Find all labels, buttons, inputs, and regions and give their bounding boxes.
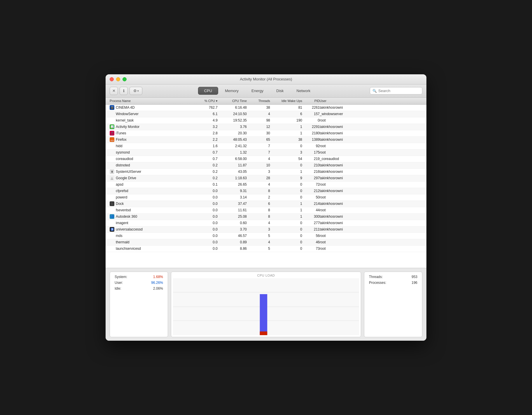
table-row[interactable]: 📊 Activity Monitor 3.2 3.76 12 1 2291 ta… <box>106 124 426 130</box>
search-input[interactable] <box>378 89 420 93</box>
col-header-pid[interactable]: PID <box>302 99 320 103</box>
cpu-time-cell: 3.14 <box>218 195 247 199</box>
close-button[interactable]: × <box>110 77 114 81</box>
col-header-user[interactable]: User <box>320 99 422 103</box>
idle-wake-ups-cell: 0 <box>270 247 302 251</box>
cpu-percent-cell: 0.0 <box>191 189 218 193</box>
process-icon: 🦊 <box>110 137 114 142</box>
process-icon <box>110 112 114 116</box>
pid-cell: 2291 <box>302 125 320 129</box>
user-cell: root <box>320 247 422 251</box>
tab-disk[interactable]: Disk <box>270 87 290 95</box>
user-cell: takinkhosrowni <box>320 125 422 129</box>
pid-cell: 72 <box>302 182 320 187</box>
user-cell: root <box>320 234 422 238</box>
process-name-cell: 🎵 iTunes <box>110 131 191 136</box>
cpu-percent-cell: 0.2 <box>191 170 218 174</box>
pid-cell: 216 <box>302 170 320 174</box>
table-row[interactable]: ⬛ Dock 0.0 37.47 6 1 214 takinkhosrowni <box>106 201 426 207</box>
table-row[interactable]: launchservicesd 0.0 8.86 5 0 73 root <box>106 246 426 252</box>
table-row[interactable]: apsd 0.1 26.65 4 0 72 root <box>106 182 426 188</box>
col-header-cpu[interactable]: % CPU ▾ <box>191 99 218 103</box>
user-cell: takinkhosrowni <box>320 105 422 110</box>
stop-button[interactable]: ✕ <box>110 87 118 95</box>
process-icon: ⬛ <box>110 201 114 206</box>
process-name-cell: powerd <box>110 195 191 200</box>
table-row[interactable]: hidd 1.6 2:41.32 7 0 92 root <box>106 143 426 150</box>
info-button[interactable]: ℹ <box>120 87 128 95</box>
process-name: powerd <box>116 195 127 199</box>
process-icon: △ <box>110 176 114 180</box>
tab-memory[interactable]: Memory <box>219 87 245 95</box>
table-row[interactable]: △ Google Drive 0.2 1:18.63 28 9 297 taki… <box>106 175 426 182</box>
table-row[interactable]: mds 0.0 46.57 5 0 56 root <box>106 233 426 239</box>
table-row[interactable]: 🎬 CINEMA 4D 762.7 6:16.48 38 81 2261 tak… <box>106 105 426 111</box>
table-row[interactable]: fseventsd 0.0 11.61 8 1 44 root <box>106 207 426 214</box>
table-row[interactable]: cfprefsd 0.0 9.31 8 0 212 takinkhosrowni <box>106 188 426 194</box>
svg-rect-5 <box>260 331 267 335</box>
tab-energy[interactable]: Energy <box>245 87 270 95</box>
idle-wake-ups-cell: 1 <box>270 202 302 206</box>
table-row[interactable]: 🔵 Autodesk 360 0.0 25.08 8 1 300 takinkh… <box>106 214 426 220</box>
table-row[interactable]: imagent 0.0 0.60 4 0 277 takinkhosrowni <box>106 220 426 226</box>
table-row[interactable]: 🦊 Firefox 2.2 48:05.43 65 38 1389 takink… <box>106 137 426 143</box>
threads-cell: 5 <box>247 247 270 251</box>
threads-cell: 7 <box>247 150 270 154</box>
idle-wake-ups-cell: 54 <box>270 157 302 161</box>
col-header-threads[interactable]: Threads <box>247 99 270 103</box>
threads-cell: 12 <box>247 125 270 129</box>
col-header-cpu-time[interactable]: CPU Time <box>218 99 247 103</box>
table-row[interactable]: ⬆ SystemUIServer 0.2 43.05 3 1 216 takin… <box>106 169 426 175</box>
tab-network[interactable]: Network <box>290 87 317 95</box>
table-row[interactable]: sysmond 0.7 1.32 7 3 175 root <box>106 150 426 156</box>
process-name-cell: WindowServer <box>110 112 191 116</box>
threads-processes-panel: Threads: 953 Processes: 196 <box>364 272 422 337</box>
table-row[interactable]: ♿ universalaccessd 0.0 3.70 3 0 211 taki… <box>106 226 426 233</box>
tab-cpu[interactable]: CPU <box>198 87 218 95</box>
cpu-time-cell: 11.61 <box>218 208 247 212</box>
user-cell: _coreaudiod <box>320 157 422 161</box>
minimize-button[interactable]: – <box>116 77 120 81</box>
col-header-process-name[interactable]: Process Name <box>110 99 191 103</box>
process-list[interactable]: 🎬 CINEMA 4D 762.7 6:16.48 38 81 2261 tak… <box>106 105 426 268</box>
cpu-time-cell: 43.05 <box>218 170 247 174</box>
pid-cell: 300 <box>302 214 320 219</box>
cpu-time-cell: 6:58.00 <box>218 157 247 161</box>
table-row[interactable]: powerd 0.0 3.14 2 0 50 root <box>106 194 426 201</box>
process-name: Google Drive <box>116 176 136 180</box>
pid-cell: 2180 <box>302 131 320 135</box>
process-name: universalaccessd <box>116 227 143 231</box>
process-icon <box>110 150 114 155</box>
system-stat-row: System: 1.68% <box>115 275 163 279</box>
process-name-cell: △ Google Drive <box>110 176 191 180</box>
cpu-time-cell: 48:05.43 <box>218 138 247 142</box>
threads-cell: 30 <box>247 131 270 135</box>
process-icon <box>110 208 114 212</box>
table-row[interactable]: kernel_task 4.9 19:52.35 98 190 0 root <box>106 117 426 124</box>
table-row[interactable]: thermald 0.0 0.89 4 0 46 root <box>106 239 426 246</box>
process-name-cell: 📊 Activity Monitor <box>110 124 191 129</box>
idle-wake-ups-cell: 9 <box>270 176 302 180</box>
cpu-percent-cell: 0.0 <box>191 221 218 225</box>
process-icon <box>110 156 114 161</box>
process-name-cell: ♿ universalaccessd <box>110 227 191 232</box>
threads-cell: 3 <box>247 170 270 174</box>
process-name: imagent <box>116 221 128 225</box>
process-name: Firefox <box>116 138 127 142</box>
process-icon <box>110 118 114 123</box>
table-row[interactable]: 🎵 iTunes 2.8 20.30 30 1 2180 takinkhosro… <box>106 130 426 137</box>
cpu-load-title: CPU LOAD <box>257 274 275 277</box>
maximize-button[interactable]: + <box>123 77 127 81</box>
cpu-time-cell: 24:10.50 <box>218 112 247 116</box>
threads-cell: 4 <box>247 112 270 116</box>
table-row[interactable]: WindowServer 6.1 24:10.50 4 6 157 _windo… <box>106 111 426 117</box>
table-row[interactable]: distnoted 0.2 11.87 10 0 210 takinkhosro… <box>106 162 426 169</box>
process-name-cell: apsd <box>110 182 191 187</box>
threads-cell: 10 <box>247 163 270 167</box>
cpu-time-cell: 20.30 <box>218 131 247 135</box>
cpu-time-cell: 46.57 <box>218 234 247 238</box>
col-header-idle-wake-ups[interactable]: Idle Wake Ups <box>270 99 302 103</box>
gear-button[interactable]: ⚙ ▾ <box>130 87 142 95</box>
cpu-time-cell: 2:41.32 <box>218 144 247 148</box>
table-row[interactable]: coreaudiod 0.7 6:58.00 4 54 219 _coreaud… <box>106 156 426 162</box>
